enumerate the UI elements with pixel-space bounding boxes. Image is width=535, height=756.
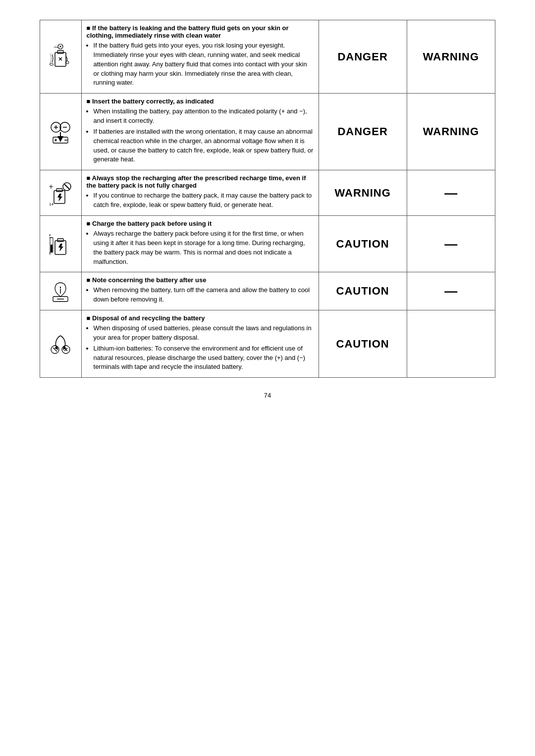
row-title-row4: ■ Charge the battery pack before using i… [87,220,314,227]
dash-row5: — [444,284,457,299]
level2-row2: WARNING [407,94,495,170]
level1-row4: CAUTION [319,215,407,272]
level2-row3: — [407,170,495,216]
battery-after-use-icon [40,272,82,310]
detail-item: If the battery fluid gets into your eyes… [94,41,314,88]
level1-label-row1: DANGER [337,50,387,63]
row-title-row3: ■ Always stop the recharging after the p… [87,174,314,189]
level2-row6 [407,310,495,378]
svg-text:14: 14 [49,202,54,206]
battery-recharge-stop-icon: 14 [40,170,82,216]
detail-item: If batteries are installed with the wron… [94,127,314,164]
detail-item: When removing the battery, turn off the … [94,286,314,304]
level1-label-row3: WARNING [334,187,390,199]
dash-row4: — [444,237,457,252]
svg-point-4 [50,63,54,65]
level2-row4: — [407,215,495,272]
level1-row3: WARNING [319,170,407,216]
level1-label-row4: CAUTION [336,238,389,250]
level1-label-row6: CAUTION [336,338,389,350]
level1-label-row2: DANGER [337,125,387,138]
level2-label-row1: WARNING [423,50,479,63]
level1-row1: DANGER [319,20,407,94]
level1-label-row5: CAUTION [336,285,389,297]
detail-item: If you continue to recharge the battery … [94,191,314,210]
row-details-row6: When disposing of used batteries, please… [87,324,314,372]
row-text-row3: ■ Always stop the recharging after the p… [81,170,319,216]
row-text-row1: ■ If the battery is leaking and the batt… [81,20,319,94]
detail-item: When installing the battery, pay attenti… [94,107,314,126]
safety-table: ■ If the battery is leaking and the batt… [40,20,495,378]
level2-row1: WARNING [407,20,495,94]
battery-charge-before-use-icon: F E [40,215,82,272]
svg-point-5 [66,61,69,64]
row-details-row3: If you continue to recharge the battery … [87,191,314,210]
svg-line-22 [64,184,69,189]
battery-leak-icon [40,20,82,94]
battery-disposal-icon [40,310,82,378]
svg-rect-1 [57,50,63,53]
row-details-row4: Always recharge the battery pack before … [87,229,314,266]
detail-item: When disposing of used batteries, please… [94,324,314,343]
level1-row6: CAUTION [319,310,407,378]
row-title-row2: ■ Insert the battery correctly, as indic… [87,98,314,105]
battery-polarity-icon [40,94,82,170]
svg-rect-20 [56,189,62,192]
level2-row5: — [407,272,495,310]
detail-item: Lithium-ion batteries: To conserve the e… [94,344,314,372]
row-details-row2: When installing the battery, pay attenti… [87,107,314,164]
row-text-row5: ■ Note concerning the battery after useW… [81,272,319,310]
row-details-row5: When removing the battery, turn off the … [87,286,314,304]
svg-rect-27 [57,239,63,242]
level2-label-row2: WARNING [423,125,479,138]
row-text-row4: ■ Charge the battery pack before using i… [81,215,319,272]
detail-item: Always recharge the battery pack before … [94,229,314,266]
svg-rect-31 [51,245,53,252]
level1-row5: CAUTION [319,272,407,310]
row-details-row1: If the battery fluid gets into your eyes… [87,41,314,88]
svg-text:F: F [49,234,51,237]
level1-row2: DANGER [319,94,407,170]
row-title-row6: ■ Disposal of and recycling the battery [87,314,314,322]
dash-row3: — [444,186,457,201]
row-text-row6: ■ Disposal of and recycling the batteryW… [81,310,319,378]
row-text-row2: ■ Insert the battery correctly, as indic… [81,94,319,170]
row-title-row1: ■ If the battery is leaking and the batt… [87,24,314,39]
row-title-row5: ■ Note concerning the battery after use [87,276,314,284]
page-number: 74 [264,392,271,399]
